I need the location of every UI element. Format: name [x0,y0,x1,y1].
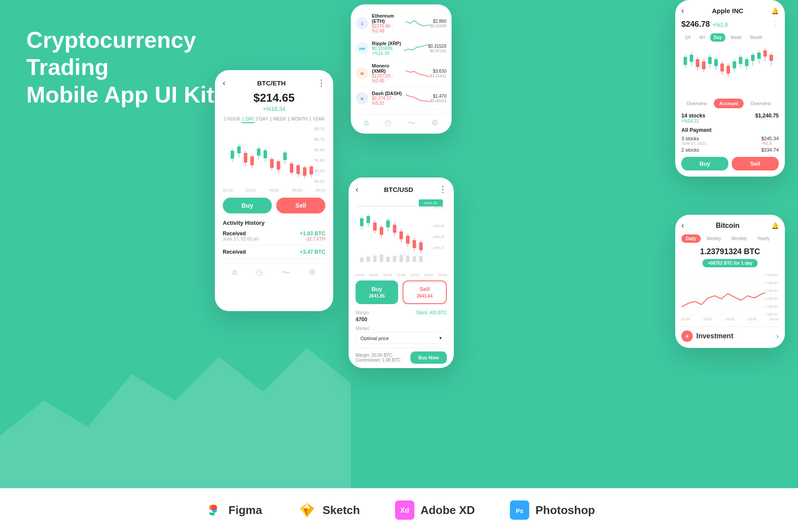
svg-rect-90 [739,57,742,64]
market-select[interactable]: Optimal price ▾ [356,332,447,344]
acct-overview1[interactable]: Overview [681,99,712,108]
svg-rect-23 [303,167,306,176]
svg-rect-1 [231,151,234,159]
dash-price: $0.274.37 -%5.02 [372,96,403,106]
photoshop-label: Photoshop [535,504,595,517]
act-date-1: June 17, 02:00 pm [223,237,259,241]
crypto-item-xrp[interactable]: XRP Ripple (XRP) $0.316886 +%16.34 $0.31… [356,37,446,60]
nav-home-btceth[interactable]: ⌂ [232,267,237,278]
more-apple[interactable]: ⋮ [772,20,779,28]
tab-1week[interactable]: 1 WEEK [270,117,286,123]
tab-1month[interactable]: 1 MONTH [288,117,307,123]
nav-chart-list[interactable]: 〜 [408,118,416,128]
apple-buy-sell-row: Buy Sell [681,157,779,170]
buy-button-apple[interactable]: Buy [681,157,728,170]
apple-change: +%1.9 [712,22,727,28]
nav-history-list[interactable]: ◷ [385,118,392,128]
crypto-item-eth[interactable]: Ξ Ethereum (ETH) $2376.96 -%2.48 $2.860 … [356,10,446,37]
buy-button-btceth[interactable]: Buy [223,198,272,213]
nav-home-list[interactable]: ⌂ [364,118,369,128]
commission: Commission: 1.00 BTC [356,358,401,362]
svg-text:XRP: XRP [359,47,366,50]
tf-day[interactable]: Day [710,33,725,42]
card-btceth: ‹ BTC/ETH ⋮ $214.65 +%16.34 1 HOUR 1 DAY… [215,70,333,311]
svg-text:2654.78: 2654.78 [424,201,437,205]
nav-history-btceth[interactable]: ◷ [256,267,263,278]
act-label-1: Received [223,231,259,237]
svg-rect-96 [757,53,761,59]
nav-chart-btceth[interactable]: 〜 [282,267,290,278]
tf-1h[interactable]: 1H [681,33,694,42]
back-button-btceth[interactable]: ‹ [223,78,225,88]
svg-rect-62 [393,256,396,262]
tool-photoshop: Ps Photoshop [510,500,595,520]
dash-low: $0.00310 [430,99,446,103]
btcusd-chart: 2654.78 [356,199,447,269]
svg-rect-98 [763,50,767,57]
buy-button-btcusd[interactable]: Buy2641.85 [356,280,398,304]
period-weekly[interactable]: Weekly [702,234,726,243]
svg-rect-76 [696,59,699,67]
crypto-item-dash[interactable]: D Dash (DASH) $0.274.37 -%5.02 $1.470 $0… [356,87,446,110]
pay-amount-2: $334.74 [761,147,779,153]
bell-icon-apple[interactable]: 🔔 [771,7,779,14]
investment-arrow[interactable]: › [776,332,779,341]
svg-rect-25 [310,167,313,174]
pay-change-1: -%1.3 [761,141,779,145]
sell-button-btcusd[interactable]: Sell2641.64 [403,280,447,304]
svg-rect-63 [399,255,403,262]
svg-rect-15 [277,161,280,170]
tab-1hour[interactable]: 1 HOUR [224,117,240,123]
stock-label: Stock: 400 BTC [416,310,447,315]
nav-settings-btceth[interactable]: ⚙ [309,267,316,278]
period-daily[interactable]: Daily [681,234,701,243]
back-button-apple[interactable]: ‹ [681,6,684,15]
apple-candlestick-chart [681,46,779,94]
bell-icon-bitcoin[interactable]: 🔔 [771,222,779,229]
eth-icon: Ξ [356,17,368,29]
xmr-icon: M [356,67,368,79]
investment-row[interactable]: + Investment › [681,326,779,342]
svg-text:7,100.00: 7,100.00 [766,305,777,308]
btc-amount: 1.23791324 BTC [681,247,779,256]
svg-text:2641.85: 2641.85 [433,206,444,209]
card-title-btcusd: BTC/USD [384,186,413,193]
back-button-btcusd[interactable]: ‹ [356,185,358,194]
more-btcusd[interactable]: ⋮ [439,184,447,194]
apple-price-row: $246.78 +%1.9 ⋮ [681,20,779,29]
acct-overview2[interactable]: Overview [745,99,776,108]
crypto-item-xmr[interactable]: M Monero (XMR) $1357.03 -%3.45 $3.630 $1… [356,60,446,87]
svg-text:7,500.00: 7,500.00 [766,273,777,277]
svg-rect-80 [708,57,712,64]
svg-rect-74 [690,55,693,62]
acct-account[interactable]: Account [714,99,744,108]
sell-button-apple[interactable]: Sell [732,157,779,170]
sell-button-btceth[interactable]: Sell [276,198,325,213]
payment-title: All Payment [681,127,779,133]
tf-4h[interactable]: 4H [696,33,709,42]
period-yearly[interactable]: Yearly [753,234,774,243]
tf-month[interactable]: Month [747,33,766,42]
more-button-btceth[interactable]: ⋮ [317,78,325,88]
period-monthly[interactable]: Monthly [727,234,752,243]
tf-week[interactable]: Week [727,33,745,42]
eth-price: $2376.96 -%2.48 [372,24,403,33]
svg-rect-46 [386,220,390,227]
tab-3day[interactable]: 3 DAY [256,117,268,123]
tool-adobexd: Xd Adobe XD [395,500,475,520]
stocks-row: 14 stocks +%54.21 $1,240.75 [681,113,779,124]
btceth-change: +%16.34 [223,106,325,112]
tf-tabs-apple: 1H 4H Day Week Month [681,33,779,42]
btceth-price-labels: $0.75 $0.70 $0.65 $0.60 $0.55 $0.50 [314,127,325,184]
svg-text:Ξ: Ξ [361,21,363,26]
xrp-name: Ripple (XRP) [372,41,401,46]
nav-settings-list[interactable]: ⚙ [431,118,438,128]
svg-text:2556.72: 2556.72 [433,246,444,249]
eth-name: Ethereum (ETH) [372,13,403,24]
xrp-icon: XRP [356,42,368,54]
back-button-bitcoin[interactable]: ‹ [681,221,684,230]
buy-now-button[interactable]: Buy Now [410,351,447,364]
tab-1day[interactable]: 1 DAY [242,117,254,123]
svg-rect-60 [380,255,383,262]
tab-1year[interactable]: 1 YEAR [309,117,324,123]
